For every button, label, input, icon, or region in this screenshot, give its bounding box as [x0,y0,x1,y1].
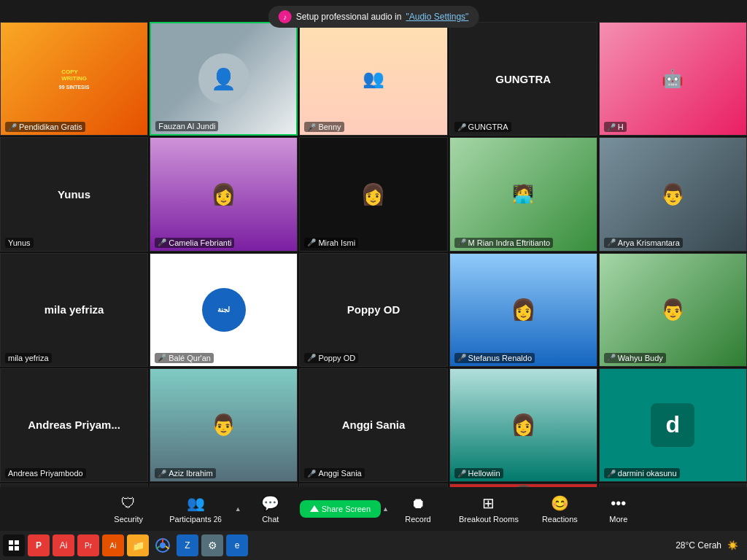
participant-label-bale: 🎤 Balé Qur'an [155,353,214,363]
participant-label-h: 🎤 H [604,122,627,132]
h-photo: 🤖 [600,23,746,135]
participant-label-mila: mila yefriza [5,353,52,363]
bale-name-text: Balé Qur'an [169,354,211,362]
taskbar-folder-icon[interactable]: 📁 [127,534,149,556]
mute-icon-stefanus: 🎤 [457,354,466,362]
video-cell-yunus: Yunus Yunus [0,137,148,251]
stefanus-name-text: Stefanus Renaldo [468,354,532,362]
video-cell-mrian: 🧑‍💻 🎤 M Rian Indra Eftritianto [449,137,597,251]
svg-rect-1 [15,540,19,545]
poppy-name-center: Poppy OD [347,303,400,316]
gungtra-name-center: GUNGTRA [495,73,551,85]
participant-label-pendidikan: 🎤 Pendidikan Gratis [5,122,85,132]
participant-label-gungtra: 🎤 GUNGTRA [454,122,511,132]
reactions-icon: 😊 [551,494,569,512]
anggi-name-center: Anggi Sania [342,419,406,431]
weather-icon: ☀️ [727,540,738,551]
aziz-photo: 👨 [150,369,297,481]
security-button[interactable]: 🛡 Security [99,495,158,524]
video-cell-gungtra: GUNGTRA 🎤 GUNGTRA [449,22,597,136]
mute-icon-h: 🎤 [607,123,616,131]
share-screen-group: Share Screen ▲ [300,500,389,518]
breakout-rooms-button[interactable]: ⊞ Breakout Rooms [447,494,530,524]
book-thumbnail: COPYWRITING 99 SINTESIS [1,23,147,135]
video-cell-benny: 👥 🎤 Benny [299,22,447,136]
mrian-name-text: M Rian Indra Eftritianto [468,238,551,247]
video-cell-pendidikan: COPYWRITING 99 SINTESIS 🎤 Pendidikan Gra… [0,22,148,136]
participant-label-anggi: 🎤 Anggi Sania [304,468,364,478]
more-button[interactable]: ••• More [589,495,648,524]
share-screen-chevron-icon[interactable]: ▲ [382,505,389,513]
record-button[interactable]: ⏺ Record [389,495,447,524]
video-cell-mirah: 👩 🎤 Mirah Ismi [299,137,447,251]
chat-icon: 💬 [261,494,279,512]
mute-icon-benny: 🎤 [307,123,316,131]
camelia-name-text: Camelia Febrianti [169,238,231,247]
anggi-name-text: Anggi Sania [318,469,361,478]
video-cell-stefanus: 👩 🎤 Stefanus Renaldo [449,253,597,367]
darmini-name-text: darmini okasunu [618,469,677,478]
taskbar-adobe-icon[interactable]: Ai [53,534,74,556]
mirah-photo: 👩 [300,138,446,250]
music-icon: ♪ [279,10,292,23]
audio-settings-link[interactable]: "Audio Settings" [406,12,468,22]
taskbar-powerpoint-icon[interactable]: P [28,534,50,556]
video-cell-aziz: 👨 🎤 Aziz Ibrahim [150,368,298,482]
video-cell-camelia: 👩 🎤 Camelia Febrianti [150,137,298,251]
video-cell-poppy: Poppy OD 🎤 Poppy OD [299,253,447,367]
taskbar-chrome-icon[interactable] [152,534,174,556]
mute-icon-camelia: 🎤 [158,238,166,246]
participant-label-benny: 🎤 Benny [304,122,344,132]
participant-label-mrian: 🎤 M Rian Indra Eftritianto [454,238,554,248]
yunus-name-center: Yunus [58,188,90,201]
mute-icon-hello: 🎤 [457,470,466,478]
yunus-name-text: Yunus [8,238,31,247]
mute-icon-mirah: 🎤 [307,238,316,246]
mute-icon-mrian: 🎤 [457,238,466,246]
taskbar-windows-icon[interactable] [3,534,25,556]
chat-button[interactable]: 💬 Chat [241,494,300,524]
participants-label: Participants 26 [169,515,222,524]
fauzan-name-text: Fauzan Al Jundi [158,122,215,131]
mute-icon-darmini: 🎤 [607,470,616,478]
video-cell-anggi: Anggi Sania 🎤 Anggi Sania [299,368,447,482]
participant-label-wahyu: 🎤 Wahyu Budy [604,353,666,363]
security-icon: 🛡 [121,495,136,512]
video-cell-arya: 👨 🎤 Arya Krismantara [599,137,747,251]
share-screen-button[interactable]: Share Screen [300,500,381,518]
camelia-photo: 👩 [150,138,297,250]
aziz-name-text: Aziz Ibrahim [169,469,213,478]
taskbar: P Ai Pr Ai 📁 Z ⚙ e 28°C Cerah ☀️ [0,531,747,560]
record-icon: ⏺ [411,495,425,512]
security-label: Security [114,515,143,524]
video-cell-mila: mila yefriza mila yefriza [0,253,148,367]
benny-photo: 👥 [300,23,446,135]
taskbar-settings-icon[interactable]: ⚙ [201,534,223,556]
hello-name-text: Hellowiin [468,469,500,478]
svg-rect-2 [9,546,13,551]
taskbar-zoom-icon[interactable]: Z [177,534,198,556]
mila-name-text: mila yefriza [8,354,49,362]
participants-chevron-icon[interactable]: ▲ [235,505,241,513]
taskbar-premiere-icon[interactable]: Pr [77,534,99,556]
record-label: Record [405,515,430,524]
video-cell-andreas: Andreas Priyam... Andreas Priyambodo [0,368,148,482]
reactions-button[interactable]: 😊 Reactions [530,494,589,524]
wahyu-photo: 👨 [600,254,746,366]
mirah-name-text: Mirah Ismi [318,238,355,247]
participants-button[interactable]: 👥 Participants 26 [158,494,233,524]
weather-info: 28°C Cerah [676,540,721,551]
share-screen-label: Share Screen [322,505,371,513]
toolbar: 🛡 Security 👥 Participants 26 ▲ 💬 Chat Sh… [0,487,747,531]
notification-text: Setup professional audio in [296,12,402,22]
taskbar-explorer-icon[interactable]: e [226,534,248,556]
bale-photo: لجنة [150,254,297,366]
arya-photo: 👨 [600,138,746,250]
poppy-name-text: Poppy OD [318,354,355,362]
video-grid: COPYWRITING 99 SINTESIS 🎤 Pendidikan Gra… [0,22,747,509]
taskbar-illustrator-icon[interactable]: Ai [102,534,124,556]
participant-label-andreas: Andreas Priyambodo [5,468,86,478]
notification-bar: ♪ Setup professional audio in "Audio Set… [268,6,479,28]
mute-icon-aziz: 🎤 [158,470,166,478]
stefanus-photo: 👩 [450,254,597,366]
